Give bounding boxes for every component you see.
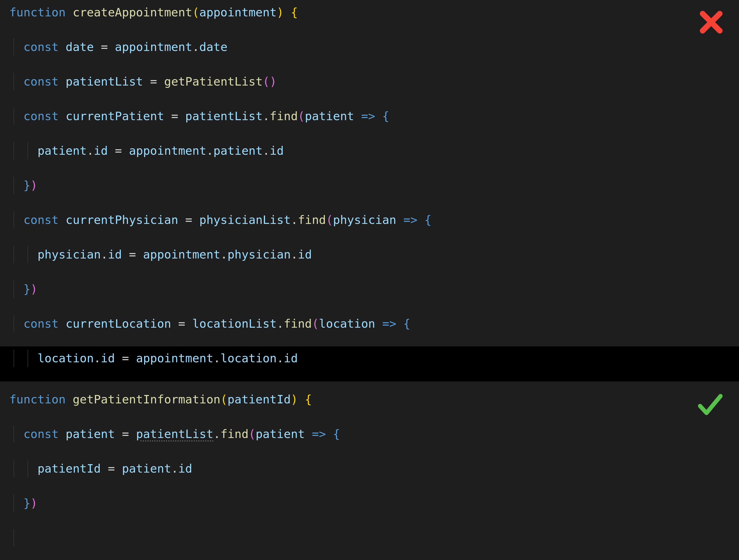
- keyword-const: const: [23, 40, 59, 54]
- var-currentPhysician: currentPhysician: [66, 213, 178, 227]
- function-name: getPatientInformation: [73, 393, 220, 406]
- var-appointment: appointment: [115, 40, 192, 54]
- var-patientList: patientList: [66, 75, 143, 88]
- keyword-function: function: [9, 6, 66, 19]
- function-name: createAppointment: [73, 6, 192, 19]
- param-appointment: appointment: [199, 6, 277, 19]
- var-currentPatient: currentPatient: [66, 109, 164, 123]
- var-physicianList: physicianList: [199, 213, 291, 227]
- var-location: location: [319, 317, 375, 330]
- fn-find: find: [270, 109, 298, 123]
- code-panel-bad: function createAppointment(appointment) …: [0, 0, 739, 346]
- keyword-function: function: [9, 393, 66, 406]
- var-patientList: patientList: [136, 427, 213, 441]
- var-currentLocation: currentLocation: [66, 317, 171, 330]
- fn-getPatientList: getPatientList: [164, 75, 263, 88]
- var-patient: patient: [305, 109, 354, 123]
- code-block-good: function getPatientInformation(patientId…: [9, 391, 730, 560]
- code-panel-good: function getPatientInformation(patientId…: [0, 382, 739, 560]
- var-date: date: [66, 40, 94, 54]
- param-patientId: patientId: [228, 393, 291, 406]
- var-patient: patient: [66, 427, 115, 441]
- var-locationList: locationList: [192, 317, 277, 330]
- var-physician: physician: [333, 213, 396, 227]
